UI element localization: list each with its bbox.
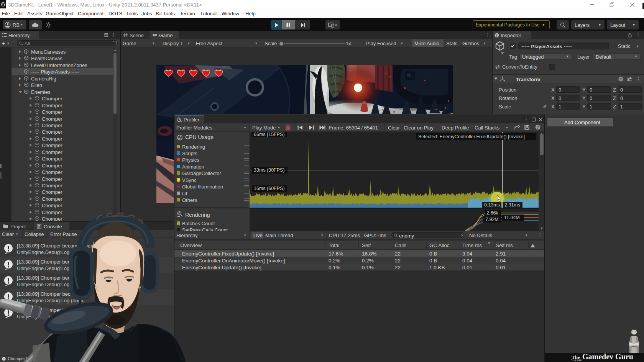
svg-text:?: ? [620, 77, 622, 81]
svg-text:CPU: CPU [178, 138, 182, 140]
svg-text:?: ? [537, 125, 539, 129]
